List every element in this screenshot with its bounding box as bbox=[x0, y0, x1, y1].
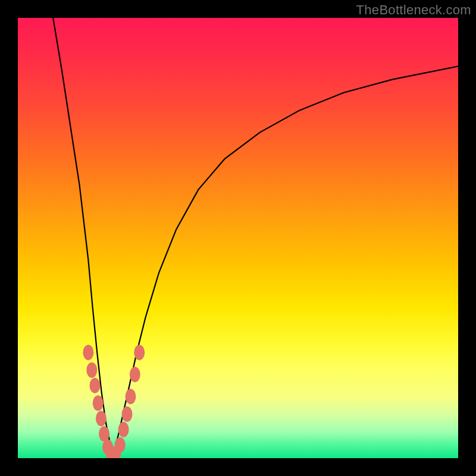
data-marker bbox=[134, 345, 145, 360]
data-marker bbox=[90, 378, 101, 393]
data-marker bbox=[93, 396, 104, 411]
curve-left-branch bbox=[53, 18, 112, 458]
plot-area bbox=[18, 18, 458, 458]
chart-frame: TheBottleneck.com bbox=[0, 0, 476, 476]
data-marker bbox=[86, 362, 97, 378]
data-markers bbox=[83, 345, 145, 458]
curve-right-branch bbox=[112, 66, 458, 458]
data-marker bbox=[122, 406, 133, 422]
watermark-text: TheBottleneck.com bbox=[356, 2, 471, 18]
data-marker bbox=[99, 426, 109, 441]
data-marker bbox=[130, 367, 140, 382]
data-marker bbox=[96, 411, 107, 426]
data-marker bbox=[83, 345, 93, 360]
data-marker bbox=[118, 422, 129, 437]
data-marker bbox=[125, 389, 136, 404]
chart-svg bbox=[18, 18, 458, 458]
data-marker bbox=[115, 437, 126, 453]
